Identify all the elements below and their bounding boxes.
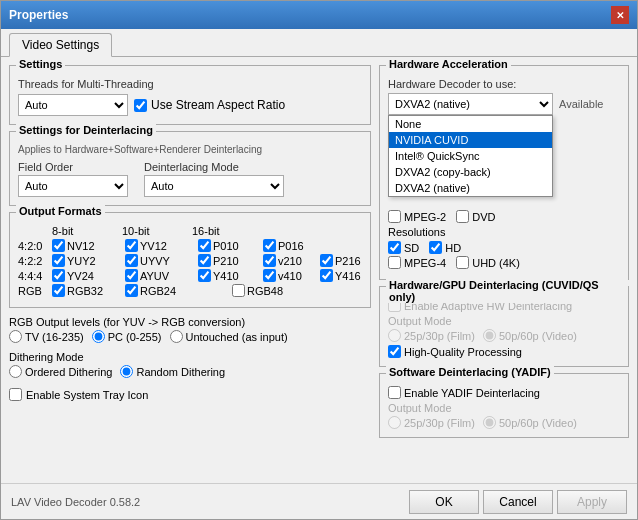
threads-select[interactable]: Auto: [18, 94, 128, 116]
dithering-ordered-radio[interactable]: [9, 365, 22, 378]
yv24-checkbox[interactable]: [52, 269, 65, 282]
uhd4k-option[interactable]: UHD (4K): [456, 256, 520, 269]
sd-option[interactable]: SD: [388, 241, 419, 254]
sd-checkbox[interactable]: [388, 241, 401, 254]
hw-decoder-select[interactable]: DXVA2 (native): [388, 93, 553, 115]
hw-decoder-dropdown: DXVA2 (native) None NVIDIA CUVID Intel® …: [388, 93, 553, 115]
hw-film-label: 25p/30p (Film): [404, 330, 475, 342]
uhd4k-checkbox[interactable]: [456, 256, 469, 269]
hw-option-dxva2-native[interactable]: DXVA2 (native): [389, 180, 552, 196]
tab-video-settings[interactable]: Video Settings: [9, 33, 112, 57]
rgb-pc-radio[interactable]: [92, 330, 105, 343]
nv12-checkbox[interactable]: [52, 239, 65, 252]
deinterlacing-note: Applies to Hardware+Software+Renderer De…: [18, 144, 362, 155]
mpeg2-label: MPEG-2: [404, 211, 446, 223]
mpeg2-checkbox[interactable]: [388, 210, 401, 223]
bottom-right: OK Cancel Apply: [409, 490, 627, 514]
sw-film-option[interactable]: 25p/30p (Film): [388, 416, 475, 429]
content-area: Settings Threads for Multi-Threading Aut…: [1, 57, 637, 519]
hd-option[interactable]: HD: [429, 241, 461, 254]
hw-accel-group-label: Hardware Acceleration: [386, 58, 511, 70]
sw-video-option[interactable]: 50p/60p (Video): [483, 416, 577, 429]
dithering-random-radio[interactable]: [120, 365, 133, 378]
rgb-pc-label: PC (0-255): [108, 331, 162, 343]
p216-checkbox[interactable]: [320, 254, 333, 267]
rgb48-label: RGB48: [247, 285, 283, 297]
sw-video-label: 50p/60p (Video): [499, 417, 577, 429]
v410-checkbox[interactable]: [263, 269, 276, 282]
p010-checkbox[interactable]: [198, 239, 211, 252]
hw-accel-group: Hardware Acceleration Hardware Decoder t…: [379, 65, 629, 280]
hw-option-quicksync[interactable]: Intel® QuickSync: [389, 148, 552, 164]
mpeg4-checkbox[interactable]: [388, 256, 401, 269]
use-stream-aspect-ratio-checkbox[interactable]: [134, 99, 147, 112]
mpeg4-option[interactable]: MPEG-4: [388, 256, 446, 269]
p210-label: P210: [213, 255, 261, 267]
col-10bit: 10-bit: [122, 225, 192, 237]
rgb-levels-label: RGB Output levels (for YUV -> RGB conver…: [9, 316, 371, 328]
hw-film-option[interactable]: 25p/30p (Film): [388, 329, 475, 342]
row-420-label: 4:2:0: [18, 240, 50, 252]
version-text: LAV Video Decoder 0.58.2: [11, 496, 140, 508]
dithering-ordered-label: Ordered Dithering: [25, 366, 112, 378]
y416-checkbox[interactable]: [320, 269, 333, 282]
rgb32-checkbox[interactable]: [52, 284, 65, 297]
hw-gpu-deint-group: Hardware/GPU Deinterlacing (CUVID/QS onl…: [379, 286, 629, 367]
ok-button[interactable]: OK: [409, 490, 479, 514]
rgb24-checkbox[interactable]: [125, 284, 138, 297]
rgb-untouched-option[interactable]: Untouched (as input): [170, 330, 288, 343]
hw-video-option[interactable]: 50p/60p (Video): [483, 329, 577, 342]
available-label: Available: [559, 98, 603, 110]
close-button[interactable]: ✕: [611, 6, 629, 24]
settings-group-label: Settings: [16, 58, 65, 70]
v210-checkbox[interactable]: [263, 254, 276, 267]
high-quality-checkbox[interactable]: [388, 345, 401, 358]
sw-video-radio[interactable]: [483, 416, 496, 429]
field-order-select[interactable]: Auto: [18, 175, 128, 197]
apply-button[interactable]: Apply: [557, 490, 627, 514]
properties-window: Properties ✕ Video Settings Settings Thr…: [0, 0, 638, 520]
deinterlacing-mode-select[interactable]: Auto: [144, 175, 284, 197]
y416-label: Y416: [335, 270, 361, 282]
hw-option-dxva2-copy[interactable]: DXVA2 (copy-back): [389, 164, 552, 180]
rgb-tv-option[interactable]: TV (16-235): [9, 330, 84, 343]
dithering-ordered-option[interactable]: Ordered Dithering: [9, 365, 112, 378]
hw-film-radio[interactable]: [388, 329, 401, 342]
yv12-label: YV12: [140, 240, 196, 252]
dithering-random-option[interactable]: Random Dithering: [120, 365, 225, 378]
bottom-bar: LAV Video Decoder 0.58.2 OK Cancel Apply: [1, 483, 637, 519]
y410-checkbox[interactable]: [198, 269, 211, 282]
right-panel: Hardware Acceleration Hardware Decoder t…: [379, 65, 629, 475]
cancel-button[interactable]: Cancel: [483, 490, 553, 514]
yv12-checkbox[interactable]: [125, 239, 138, 252]
uyvy-checkbox[interactable]: [125, 254, 138, 267]
v210-label: v210: [278, 255, 318, 267]
ayuv-checkbox[interactable]: [125, 269, 138, 282]
rgb32-label: RGB32: [67, 285, 123, 297]
system-tray-row: Enable System Tray Icon: [9, 388, 371, 401]
dvd-option[interactable]: DVD: [456, 210, 495, 223]
p210-checkbox[interactable]: [198, 254, 211, 267]
system-tray-checkbox[interactable]: [9, 388, 22, 401]
hd-checkbox[interactable]: [429, 241, 442, 254]
dvd-checkbox[interactable]: [456, 210, 469, 223]
enable-yadif-checkbox[interactable]: [388, 386, 401, 399]
sw-film-label: 25p/30p (Film): [404, 417, 475, 429]
p016-checkbox[interactable]: [263, 239, 276, 252]
sw-output-mode-label: Output Mode: [388, 402, 620, 414]
rgb-tv-radio[interactable]: [9, 330, 22, 343]
sw-film-radio[interactable]: [388, 416, 401, 429]
hw-video-radio[interactable]: [483, 329, 496, 342]
sw-deint-label: Software Deinterlacing (YADIF): [386, 366, 554, 378]
hw-decoder-menu: None NVIDIA CUVID Intel® QuickSync DXVA2…: [388, 115, 553, 197]
rgb-pc-option[interactable]: PC (0-255): [92, 330, 162, 343]
hw-option-none[interactable]: None: [389, 116, 552, 132]
uhd4k-label: UHD (4K): [472, 257, 520, 269]
main-area: Settings Threads for Multi-Threading Aut…: [1, 57, 637, 483]
hw-option-cuvid[interactable]: NVIDIA CUVID: [389, 132, 552, 148]
rgb-untouched-radio[interactable]: [170, 330, 183, 343]
mpeg2-option[interactable]: MPEG-2: [388, 210, 446, 223]
yuy2-checkbox[interactable]: [52, 254, 65, 267]
rgb48-checkbox[interactable]: [232, 284, 245, 297]
deinterlacing-group-label: Settings for Deinterlacing: [16, 124, 156, 136]
